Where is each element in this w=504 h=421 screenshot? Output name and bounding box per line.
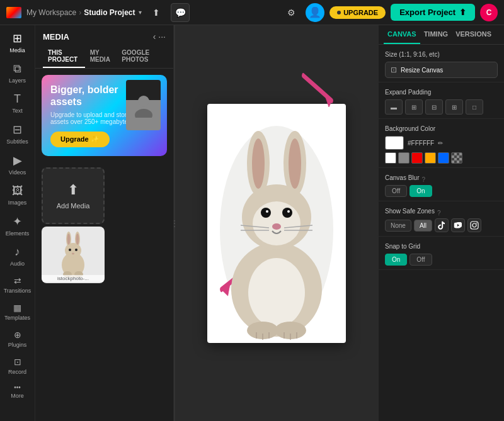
swatch-transparent[interactable] — [451, 152, 462, 164]
svg-point-44 — [476, 223, 478, 224]
upgrade-button[interactable]: UPGRADE — [329, 6, 386, 19]
elements-icon: ✦ — [13, 215, 22, 228]
sidebar-item-label: Subtitles — [6, 138, 28, 145]
breadcrumb-separator: › — [79, 8, 81, 17]
youtube-icon[interactable] — [451, 218, 465, 232]
svg-point-9 — [75, 249, 77, 251]
swatch-white[interactable] — [385, 152, 396, 164]
swatch-blue[interactable] — [438, 152, 449, 164]
chevron-down-icon[interactable]: ▾ — [139, 9, 142, 16]
layers-icon: ⧉ — [13, 62, 21, 76]
upgrade-card: Bigger, bolder assets Upgrade to upload … — [42, 75, 167, 156]
blur-off-button[interactable]: Off — [385, 185, 407, 197]
tab-my-media[interactable]: MY MEDIA — [85, 45, 117, 68]
sidebar-item-label: Layers — [9, 77, 26, 84]
avatar[interactable]: C — [480, 4, 498, 21]
instagram-icon[interactable] — [467, 218, 481, 232]
sidebar-item-label: Plugins — [8, 342, 27, 348]
resize-canvas-button[interactable]: ⊡ Resize Canvas — [385, 62, 498, 78]
project-label[interactable]: Studio Project — [84, 8, 135, 17]
canvas-content[interactable] — [207, 104, 346, 343]
svg-point-0 — [138, 96, 149, 107]
tab-timing[interactable]: TIMING — [420, 25, 452, 44]
upload-icon[interactable]: ⬆ — [147, 3, 166, 22]
export-label: Export Project — [399, 8, 455, 17]
pad-opt-none[interactable]: □ — [466, 99, 483, 115]
snap-toggle: On Off — [385, 254, 498, 266]
safe-zones-help-icon[interactable]: ? — [437, 210, 441, 216]
safe-zones-row: None All — [385, 218, 498, 232]
swatch-gray[interactable] — [398, 152, 410, 164]
collapse-icon[interactable]: ‹ — [153, 31, 156, 42]
pad-opt-top[interactable]: ⊟ — [425, 99, 443, 115]
snap-to-grid-section: Snap to Grid On Off — [379, 237, 504, 270]
swatch-red[interactable] — [411, 152, 423, 164]
expand-padding-label: Expand Padding — [385, 89, 498, 96]
more-options-icon[interactable]: ··· — [158, 31, 166, 42]
export-button[interactable]: Export Project ⬆ — [391, 4, 475, 21]
svg-rect-42 — [471, 222, 478, 229]
svg-point-19 — [289, 138, 301, 189]
size-label: Size (1:1, 9:16, etc) — [385, 51, 440, 58]
pad-opt-split-h[interactable]: ⊞ — [445, 99, 463, 115]
color-swatches — [385, 152, 498, 164]
tiktok-icon[interactable] — [435, 218, 449, 232]
snap-off-button[interactable]: Off — [410, 254, 432, 266]
tab-this-project[interactable]: THIS PROJECT — [43, 45, 85, 68]
background-color-section: Background Color #FFFFFF ✏ — [379, 119, 504, 168]
comment-icon[interactable]: 💬 — [171, 3, 190, 22]
svg-point-1 — [135, 109, 152, 118]
sidebar-item-audio[interactable]: ♪ Audio — [2, 242, 33, 271]
sidebar-item-more[interactable]: ••• More — [2, 380, 33, 403]
svg-point-8 — [69, 249, 71, 251]
share-icon[interactable]: 👤 — [306, 3, 324, 22]
sidebar-item-text[interactable]: T Text — [2, 89, 33, 118]
upgrade-card-title: Bigger, bolder assets — [50, 84, 132, 108]
svg-point-10 — [72, 253, 74, 255]
svg-point-5 — [67, 233, 70, 245]
pad-opt-split-v[interactable]: ⊞ — [405, 99, 423, 115]
settings-icon[interactable]: ⚙ — [282, 3, 301, 22]
sidebar-item-plugins[interactable]: ⊕ Plugins — [2, 326, 33, 352]
sidebar-item-label: Videos — [9, 169, 26, 176]
add-media-button[interactable]: ⬆ Add Media — [42, 167, 105, 224]
svg-point-23 — [282, 208, 292, 218]
workspace-label[interactable]: My Workspace — [26, 8, 76, 17]
media-icon: ⊞ — [13, 31, 22, 45]
color-preview[interactable] — [385, 136, 404, 150]
upgrade-card-button[interactable]: Upgrade ✨ — [50, 132, 110, 147]
blur-on-button[interactable]: On — [410, 185, 432, 197]
safe-zones-label: Show Safe Zones — [385, 208, 435, 215]
media-grid: ⬆ Add Media — [35, 162, 173, 288]
main-area: ⊞ Media ⧉ Layers T Text ⊟ Subtitles ▶ Vi… — [0, 25, 504, 421]
sidebar-item-record[interactable]: ⊡ Record — [2, 353, 33, 379]
tab-google-photos[interactable]: GOOGLE PHOTOS — [117, 45, 166, 68]
sidebar-item-templates[interactable]: ▦ Templates — [2, 299, 33, 325]
sidebar-item-elements[interactable]: ✦ Elements — [2, 211, 33, 240]
sidebar-item-images[interactable]: 🖼 Images — [2, 181, 33, 210]
svg-line-40 — [303, 76, 331, 101]
sidebar-item-videos[interactable]: ▶ Videos — [2, 150, 33, 179]
sidebar-item-transitions[interactable]: ⇄ Transitions — [2, 272, 33, 298]
sidebar-item-layers[interactable]: ⧉ Layers — [2, 59, 33, 87]
subtitles-icon: ⊟ — [13, 123, 22, 137]
tab-canvas[interactable]: CANVAS — [384, 25, 420, 44]
panel-header-icons: ‹ ··· — [153, 31, 166, 42]
right-panel: CANVAS TIMING VERSIONS Size (1:1, 9:16, … — [378, 25, 504, 421]
pad-opt-full[interactable]: ▬ — [385, 99, 403, 115]
snap-on-button[interactable]: On — [385, 254, 407, 266]
sidebar-item-media[interactable]: ⊞ Media — [2, 28, 33, 57]
upgrade-card-desc: Upgrade to upload and store assets over … — [50, 111, 132, 125]
media-thumbnail[interactable]: istockphoto-... — [42, 227, 105, 283]
tab-versions[interactable]: VERSIONS — [452, 25, 495, 44]
blur-help-icon[interactable]: ? — [421, 176, 425, 183]
bg-color-row: #FFFFFF ✏ — [385, 136, 498, 150]
safe-zones-section: Show Safe Zones ? None All — [379, 201, 504, 237]
swatch-orange[interactable] — [425, 152, 436, 164]
images-icon: 🖼 — [12, 184, 23, 198]
color-pen-icon[interactable]: ✏ — [438, 140, 443, 147]
safe-zone-all-button[interactable]: All — [414, 220, 432, 232]
sidebar-item-subtitles[interactable]: ⊟ Subtitles — [2, 119, 33, 149]
text-icon: T — [14, 93, 21, 106]
safe-zone-none-button[interactable]: None — [385, 220, 411, 232]
